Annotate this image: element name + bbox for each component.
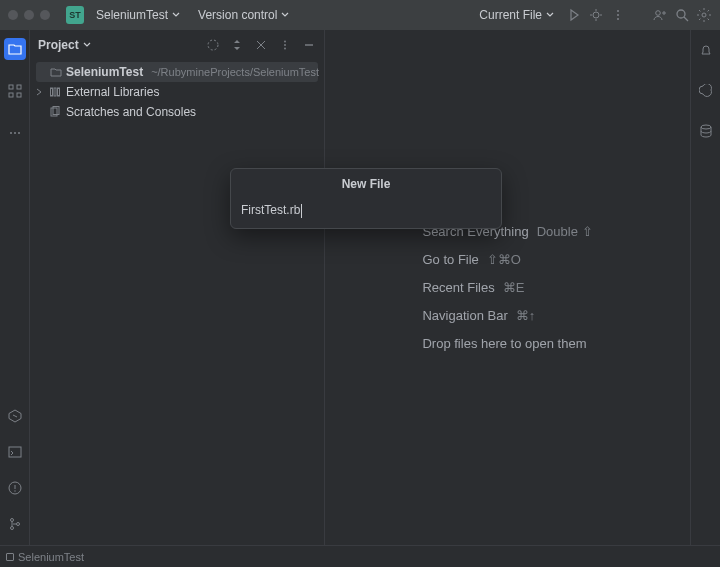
run-icon[interactable] — [566, 7, 582, 23]
tree-item-label: External Libraries — [66, 85, 159, 99]
hint-keys: Double ⇧ — [537, 218, 593, 246]
tree-root-path: ~/RubymineProjects/SeleniumTest — [151, 66, 319, 78]
svg-rect-14 — [9, 85, 13, 89]
svg-point-6 — [617, 14, 619, 16]
hint-row: Recent Files ⌘E — [422, 274, 592, 302]
svg-point-11 — [677, 10, 685, 18]
more-vertical-icon[interactable] — [610, 7, 626, 23]
tool-window-toggle-icon[interactable] — [6, 553, 14, 561]
svg-line-12 — [684, 17, 688, 21]
structure-tool-button[interactable] — [4, 80, 26, 102]
svg-rect-15 — [17, 85, 21, 89]
tree-external-libraries[interactable]: External Libraries — [30, 82, 324, 102]
project-panel-header: Project — [30, 30, 324, 60]
left-tool-strip — [0, 30, 30, 545]
svg-point-28 — [208, 40, 218, 50]
chevron-down-icon — [172, 11, 180, 19]
svg-rect-21 — [9, 447, 21, 457]
tree-item-label: Scratches and Consoles — [66, 105, 196, 119]
chevron-down-icon — [281, 11, 289, 19]
expand-collapse-icon[interactable] — [230, 38, 244, 52]
database-tool-button[interactable] — [695, 120, 717, 142]
project-tool-button[interactable] — [4, 38, 26, 60]
svg-point-18 — [10, 132, 12, 134]
svg-point-0 — [593, 12, 599, 18]
vcs-tool-button[interactable] — [4, 513, 26, 535]
svg-rect-34 — [54, 88, 56, 96]
svg-point-38 — [701, 125, 711, 129]
file-name-value: FirstTest.rb — [241, 203, 300, 217]
project-badge-icon: ST — [66, 6, 84, 24]
traffic-min[interactable] — [24, 10, 34, 20]
chevron-right-icon — [34, 88, 44, 96]
hint-row: Navigation Bar ⌘↑ — [422, 302, 592, 330]
hint-label: Navigation Bar — [422, 302, 507, 330]
svg-point-26 — [10, 527, 13, 530]
services-tool-button[interactable] — [4, 405, 26, 427]
svg-rect-35 — [58, 88, 60, 96]
title-bar: ST SeleniumTest Version control Current … — [0, 0, 720, 30]
svg-point-25 — [10, 519, 13, 522]
status-bar: SeleniumTest — [0, 545, 720, 567]
svg-point-19 — [14, 132, 16, 134]
hint-row: Drop files here to open them — [422, 330, 592, 358]
run-config-label: Current File — [479, 8, 542, 22]
hint-keys: ⇧⌘O — [487, 246, 521, 274]
folder-icon — [50, 65, 62, 79]
hint-label: Recent Files — [422, 274, 494, 302]
more-tool-button[interactable] — [4, 122, 26, 144]
scratches-icon — [48, 105, 62, 119]
traffic-close[interactable] — [8, 10, 18, 20]
ai-tool-button[interactable] — [695, 80, 717, 102]
terminal-tool-button[interactable] — [4, 441, 26, 463]
traffic-max[interactable] — [40, 10, 50, 20]
status-project: SeleniumTest — [18, 551, 84, 563]
hint-keys: ⌘↑ — [516, 302, 536, 330]
new-file-dialog: New File FirstTest.rb — [230, 168, 502, 229]
dialog-title: New File — [231, 169, 501, 197]
notifications-tool-button[interactable] — [695, 40, 717, 62]
run-config-dropdown[interactable]: Current File — [473, 6, 560, 24]
svg-rect-17 — [17, 93, 21, 97]
svg-rect-33 — [51, 88, 53, 96]
search-icon[interactable] — [674, 7, 690, 23]
text-caret — [301, 204, 302, 218]
collapse-all-icon[interactable] — [254, 38, 268, 52]
file-name-input[interactable]: FirstTest.rb — [241, 203, 302, 217]
library-icon — [48, 85, 62, 99]
more-vertical-icon[interactable] — [278, 38, 292, 52]
editor-hints: Search Everything Double ⇧ Go to File ⇧⌘… — [422, 218, 592, 358]
svg-point-31 — [284, 48, 286, 50]
vcs-label: Version control — [198, 8, 277, 22]
svg-point-24 — [14, 490, 15, 491]
tree-root-folder[interactable]: SeleniumTest ~/RubymineProjects/Selenium… — [36, 62, 318, 82]
svg-point-27 — [16, 523, 19, 526]
project-panel-title: Project — [38, 38, 79, 52]
chevron-down-icon[interactable] — [83, 41, 91, 49]
select-open-file-icon[interactable] — [206, 38, 220, 52]
hide-panel-icon[interactable] — [302, 38, 316, 52]
vcs-dropdown[interactable]: Version control — [192, 6, 295, 24]
collaborate-icon[interactable] — [652, 7, 668, 23]
project-name: SeleniumTest — [96, 8, 168, 22]
editor-empty-state: Search Everything Double ⇧ Go to File ⇧⌘… — [325, 30, 690, 545]
gear-icon[interactable] — [696, 7, 712, 23]
svg-rect-16 — [9, 93, 13, 97]
debug-icon[interactable] — [588, 7, 604, 23]
project-name-dropdown[interactable]: SeleniumTest — [90, 6, 186, 24]
problems-tool-button[interactable] — [4, 477, 26, 499]
svg-point-20 — [18, 132, 20, 134]
right-tool-strip — [690, 30, 720, 545]
tree-root-name: SeleniumTest — [66, 65, 143, 79]
svg-point-8 — [656, 11, 661, 16]
project-tree[interactable]: SeleniumTest ~/RubymineProjects/Selenium… — [30, 60, 324, 124]
chevron-down-icon — [546, 11, 554, 19]
svg-point-30 — [284, 44, 286, 46]
hint-row: Go to File ⇧⌘O — [422, 246, 592, 274]
main-layout: Project SeleniumTest ~/RubymineProjects/… — [0, 30, 720, 545]
hint-label: Go to File — [422, 246, 478, 274]
svg-point-7 — [617, 18, 619, 20]
svg-point-29 — [284, 41, 286, 43]
svg-point-5 — [617, 10, 619, 12]
tree-scratches[interactable]: Scratches and Consoles — [30, 102, 324, 122]
